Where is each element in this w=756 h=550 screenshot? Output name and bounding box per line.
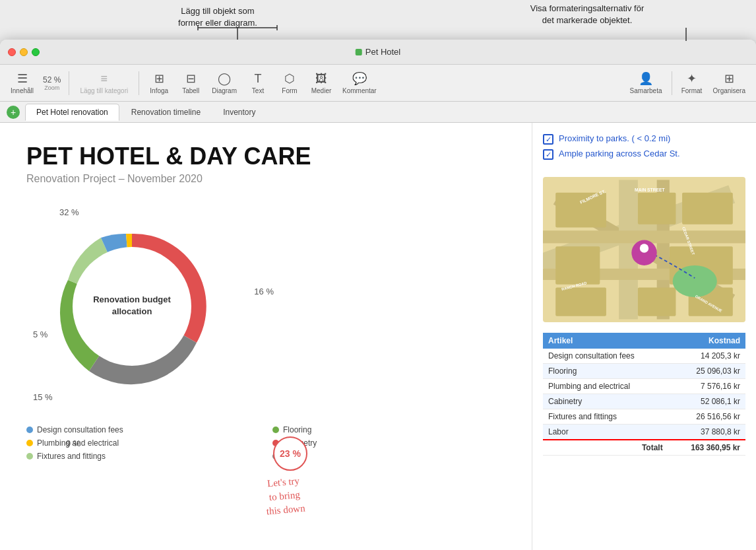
legend-item-flooring: Flooring [272,425,505,434]
traffic-lights [8,48,40,56]
table-row: Fixtures and fittings 26 516,56 kr [543,409,745,425]
tab-renovation-timeline[interactable]: Renovation timeline [121,104,211,120]
diagram-label: Diagram [212,87,237,94]
right-panel: ✓ Proximity to parks. ( < 0.2 mi) ✓ Ampl… [532,123,756,550]
minimize-button[interactable] [20,48,28,56]
format-label: Format [681,87,703,94]
table-row: Plumbing and electrical 7 576,16 kr [543,379,745,394]
samarbeta-label: Samarbeta [630,87,662,94]
table-row-labor: Labor 37 880,8 kr [543,425,745,440]
legend-dot-design [26,427,33,433]
toolbar-organisera[interactable]: ⊞ Organisera [709,70,749,96]
toolbar-innehall[interactable]: ☰ Innehåll [7,70,38,96]
toolbar-diagram[interactable]: ◯ Diagram [208,70,241,96]
svg-rect-14 [638,193,676,224]
infoga-icon: ⊞ [154,71,164,86]
comment-icon: 💬 [352,71,367,86]
svg-rect-13 [555,193,606,228]
table-total-row: Totalt 163 360,95 kr [543,440,745,456]
tab-pet-hotel-renovation[interactable]: Pet Hotel renovation [25,104,119,121]
legend-dot-fixtures [26,453,33,460]
svg-rect-16 [555,246,600,285]
percent-16: 16 % [254,287,274,296]
map-image[interactable]: FILMORE ST. MAIN STREET CEDAR STREET RAN… [543,177,745,322]
check-text-2: Ample parking across Cedar St. [559,149,680,158]
table-cell-item-1: Flooring [543,364,668,379]
content-area: PET HOTEL & DAY CARE Renovation Project … [0,123,756,550]
table-cell-cost-1: 25 096,03 kr [668,364,745,379]
tooltip-add-objects: Lägg till objekt somformer eller diagram… [152,5,284,29]
svg-rect-15 [682,193,733,224]
percent-23-annotation: 23 % [273,436,307,471]
table-cell-item-4: Fixtures and fittings [543,409,668,425]
shape-icon: ⬡ [284,71,295,86]
list-icon: ≡ [101,72,108,86]
percent-32: 32 % [59,207,79,217]
check-item-1: ✓ Proximity to parks. ( < 0.2 mi) [543,133,745,145]
legend-item-plumbing: Plumbing and electrical [26,438,259,448]
text-label: Text [252,87,264,94]
chart-legend: Design consultation fees Flooring Plumbi… [26,425,505,461]
toolbar-text[interactable]: T Text [243,71,272,96]
toolbar-separator-3 [672,71,672,95]
close-button[interactable] [8,48,16,56]
chart-icon: ◯ [218,71,231,86]
innehall-label: Innehåll [11,87,34,94]
toolbar-tabell[interactable]: ⊟ Tabell [176,70,205,96]
application-window: Pet Hotel ☰ Innehåll 52 % Zoom ≡ Lägg ti… [0,40,756,550]
toolbar-zoom[interactable]: 52 % Zoom [40,74,63,92]
donut-chart[interactable]: Renovation budget allocation [26,201,237,412]
budget-table: Artikel Kostnad Design consultation fees… [543,333,745,456]
table-cell-cost-2: 7 576,16 kr [668,379,745,394]
table-cell-item-0: Design consultation fees [543,349,668,364]
legend-dot-plumbing [26,440,33,446]
title-bar: Pet Hotel [0,40,756,65]
tab-inventory[interactable]: Inventory [212,104,266,120]
legend-label-design: Design consultation fees [37,425,123,434]
check-text-1: Proximity to parks. ( < 0.2 mi) [559,133,670,143]
toolbar-infoga[interactable]: ⊞ Infoga [144,70,173,96]
chart-center-line2: allocation [112,306,152,316]
tabell-label: Tabell [182,87,199,94]
table-cell-item-2: Plumbing and electrical [543,379,668,394]
fullscreen-button[interactable] [32,48,40,56]
legend-item-fixtures: Fixtures and fittings [26,452,259,461]
chart-center-line1: Renovation budget [93,294,171,304]
map-svg: FILMORE ST. MAIN STREET CEDAR STREET RAN… [543,177,745,322]
table-row: Design consultation fees 14 205,3 kr [543,349,745,364]
toolbar-add-category[interactable]: ≡ Lägg till kategori [75,71,133,96]
toolbar-kommentar[interactable]: 💬 Kommentar [338,70,381,96]
infoga-label: Infoga [150,87,168,94]
chart-area: 32 % 16 % 5 % 15 % 9 % [26,201,237,415]
organize-icon: ⊞ [724,71,734,86]
title-icon [356,49,362,55]
toolbar-medier[interactable]: 🖼 Medier [307,71,336,96]
legend-label-flooring: Flooring [283,425,311,434]
toolbar-separator-1 [69,71,69,95]
table-cell-cost-4: 26 516,56 kr [668,409,745,425]
add-category-label: Lägg till kategori [80,87,128,94]
add-tab-button[interactable]: + [7,106,20,119]
toolbar-form[interactable]: ⬡ Form [275,70,304,96]
toolbar-samarbeta[interactable]: 👤 Samarbeta [626,70,666,96]
table-cell-cost-3: 52 086,1 kr [668,394,745,409]
percent-15: 15 % [33,392,53,402]
handwriting-note: Let's tryto bringthis down [264,474,306,519]
collaborate-icon: 👤 [639,71,653,86]
table-cell-item-5: Labor [543,425,668,440]
slide-subtitle: Renovation Project – November 2020 [26,173,505,185]
table-cell-cost-5: 37 880,8 kr [668,425,745,440]
toolbar-format[interactable]: ✦ Format [677,70,707,96]
window-title-text: Pet Hotel [365,47,400,57]
checkbox-2[interactable]: ✓ [543,149,553,160]
format-icon: ✦ [687,71,697,86]
form-label: Form [282,87,297,94]
tab-bar: + Pet Hotel renovation Renovation timeli… [0,102,756,123]
sidebar-icon: ☰ [17,71,28,86]
slide-canvas[interactable]: PET HOTEL & DAY CARE Renovation Project … [0,123,532,550]
toolbar: ☰ Innehåll 52 % Zoom ≡ Lägg till kategor… [0,65,756,102]
data-table-container: Artikel Kostnad Design consultation fees… [543,333,745,456]
table-header-kostnad: Kostnad [668,333,745,349]
table-cell-cost-0: 14 205,3 kr [668,349,745,364]
checkbox-1[interactable]: ✓ [543,134,553,145]
